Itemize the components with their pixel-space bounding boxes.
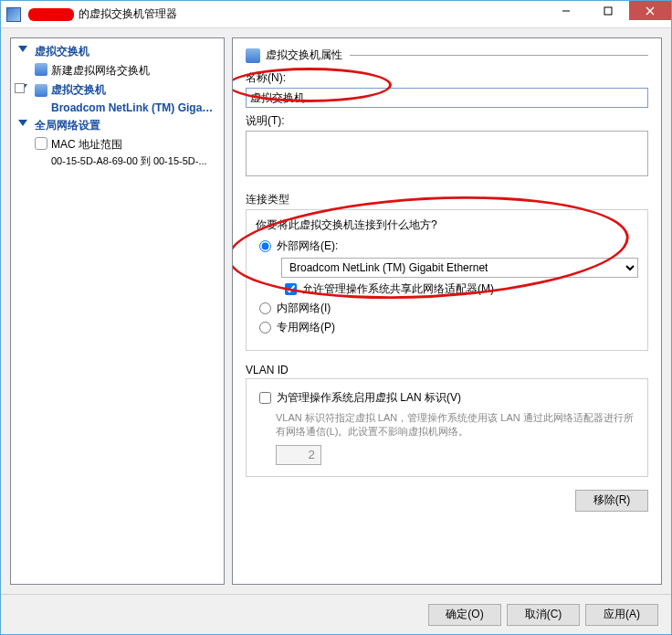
conn-group-label: 连接类型 — [246, 192, 648, 207]
tree-item-mac-range[interactable]: MAC 地址范围 — [11, 135, 224, 154]
cancel-button[interactable]: 取消(C) — [507, 604, 580, 626]
tree-section-virtual-switches[interactable]: 虚拟交换机 — [11, 42, 224, 61]
desc-label: 说明(T): — [246, 113, 648, 129]
minimize-button[interactable] — [545, 1, 587, 20]
redacted-hostname — [28, 8, 74, 21]
name-label: 名称(N): — [246, 70, 648, 86]
tree-section-switch-instance[interactable]: + 虚拟交换机 — [11, 80, 224, 100]
radio-private-input[interactable] — [259, 322, 271, 333]
apply-button[interactable]: 应用(A) — [585, 604, 658, 626]
radio-external[interactable]: 外部网络(E): — [256, 238, 638, 254]
vlan-enable-input[interactable] — [259, 392, 271, 404]
radio-external-input[interactable] — [259, 240, 271, 252]
name-input[interactable] — [246, 88, 648, 108]
conn-group: 你要将此虚拟交换机连接到什么地方? 外部网络(E): Broadcom NetL… — [246, 209, 648, 351]
network-icon — [35, 84, 47, 97]
adapter-select[interactable]: Broadcom NetLink (TM) Gigabit Ethernet — [281, 258, 638, 278]
svg-rect-1 — [604, 7, 612, 15]
maximize-button[interactable] — [587, 1, 629, 20]
conn-prompt: 你要将此虚拟交换机连接到什么地方? — [256, 217, 638, 233]
vlan-id-input — [276, 445, 321, 465]
window-title: 的虚拟交换机管理器 — [28, 6, 177, 22]
allow-mgmt-check[interactable]: 允许管理操作系统共享此网络适配器(M) — [281, 281, 638, 297]
close-button[interactable] — [629, 1, 671, 20]
remove-button[interactable]: 移除(R) — [575, 490, 648, 512]
detail-header: 虚拟交换机属性 — [246, 48, 648, 63]
mac-range-icon — [35, 137, 47, 150]
ok-button[interactable]: 确定(O) — [428, 604, 501, 626]
radio-internal[interactable]: 内部网络(I) — [256, 301, 638, 316]
vlan-help-text: VLAN 标识符指定虚拟 LAN，管理操作系统使用该 LAN 通过此网络适配器进… — [276, 411, 638, 439]
titlebar: 的虚拟交换机管理器 — [1, 1, 671, 28]
radio-internal-input[interactable] — [259, 302, 271, 314]
detail-panel: 虚拟交换机属性 名称(N): 说明(T): 连接类型 你要将此虚拟交换机连接到什… — [232, 37, 662, 585]
tree-item-selected-switch[interactable]: Broadcom NetLink (TM) Gigabi... — [11, 100, 224, 116]
tree-section-global[interactable]: 全局网络设置 — [11, 116, 224, 135]
app-icon — [6, 7, 21, 22]
network-icon — [246, 48, 260, 63]
vlan-enable-check[interactable]: 为管理操作系统启用虚拟 LAN 标识(V) — [256, 390, 638, 406]
tree-item-new-switch[interactable]: 新建虚拟网络交换机 — [11, 61, 224, 80]
allow-mgmt-input[interactable] — [285, 283, 297, 295]
vlan-group-label: VLAN ID — [246, 364, 648, 376]
footer: 确定(O) 取消(C) 应用(A) — [1, 594, 671, 634]
window: 的虚拟交换机管理器 虚拟交换机 新建虚拟网络交换机 + 虚拟 — [0, 0, 672, 635]
radio-private[interactable]: 专用网络(P) — [256, 320, 638, 335]
tree-panel: 虚拟交换机 新建虚拟网络交换机 + 虚拟交换机 Broadcom NetLink… — [10, 37, 225, 585]
vlan-group: 为管理操作系统启用虚拟 LAN 标识(V) VLAN 标识符指定虚拟 LAN，管… — [246, 378, 648, 477]
mac-range-value: 00-15-5D-A8-69-00 到 00-15-5D-... — [11, 154, 224, 168]
network-icon — [35, 63, 47, 76]
desc-input[interactable] — [246, 131, 648, 176]
